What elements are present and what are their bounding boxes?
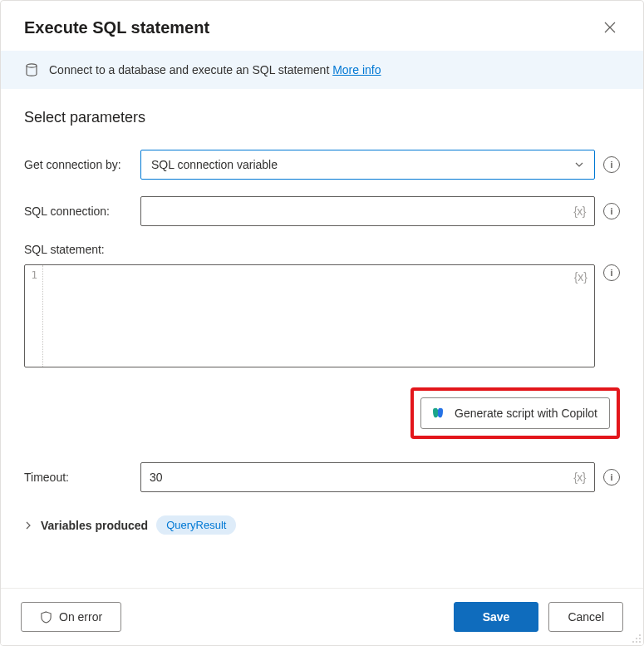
copilot-button-label: Generate script with Copilot: [455, 407, 597, 420]
editor-gutter: 1: [25, 265, 43, 367]
svg-point-2: [636, 638, 637, 639]
cancel-button[interactable]: Cancel: [548, 602, 623, 632]
close-icon: [604, 22, 616, 33]
sql-connection-row: SQL connection: {x} i: [24, 196, 620, 226]
section-title: Select parameters: [24, 109, 620, 126]
sql-connection-input[interactable]: {x}: [140, 196, 595, 226]
shield-icon: [40, 611, 52, 624]
sql-statement-group: SQL statement: 1 {x} i: [24, 243, 620, 367]
variable-pill-queryresult[interactable]: QueryResult: [156, 515, 236, 535]
copilot-highlight-box: Generate script with Copilot: [410, 387, 620, 439]
on-error-button[interactable]: On error: [21, 602, 121, 632]
svg-point-1: [639, 634, 641, 636]
variable-token-icon[interactable]: {x}: [574, 270, 587, 284]
variables-produced-label: Variables produced: [41, 519, 148, 532]
sql-connection-label: SQL connection:: [24, 205, 137, 218]
dialog-title: Execute SQL statement: [24, 18, 209, 37]
banner-text: Connect to a database and execute an SQL…: [49, 63, 381, 76]
save-button[interactable]: Save: [454, 602, 539, 632]
variable-token-icon[interactable]: {x}: [573, 471, 586, 484]
timeout-field[interactable]: [150, 471, 573, 484]
editor-textarea[interactable]: {x}: [43, 265, 594, 367]
database-icon: [24, 62, 39, 77]
svg-point-5: [636, 641, 637, 643]
connection-by-select[interactable]: SQL connection variable: [140, 150, 595, 180]
sql-statement-editor[interactable]: 1 {x}: [24, 264, 595, 367]
connection-by-value: SQL connection variable: [151, 158, 278, 171]
resize-grip-icon[interactable]: [632, 634, 642, 644]
info-icon[interactable]: i: [603, 469, 620, 486]
copilot-icon: [430, 405, 446, 422]
more-info-link[interactable]: More info: [332, 63, 381, 76]
chevron-down-icon: [574, 160, 584, 170]
connection-by-label: Get connection by:: [24, 158, 137, 171]
svg-point-3: [639, 638, 641, 639]
content-area: Select parameters Get connection by: SQL…: [1, 89, 643, 386]
connection-by-row: Get connection by: SQL connection variab…: [24, 150, 620, 180]
timeout-input[interactable]: {x}: [140, 462, 595, 492]
dialog-footer: On error Save Cancel: [1, 588, 643, 645]
info-icon[interactable]: i: [603, 203, 620, 219]
copilot-row: Generate script with Copilot: [1, 387, 620, 439]
svg-point-6: [639, 641, 641, 643]
chevron-right-icon: [24, 521, 32, 530]
sql-statement-label: SQL statement:: [24, 243, 620, 256]
svg-point-0: [27, 64, 37, 67]
generate-script-copilot-button[interactable]: Generate script with Copilot: [420, 397, 610, 429]
dialog-header: Execute SQL statement: [1, 1, 643, 51]
info-icon[interactable]: i: [603, 156, 620, 173]
info-icon[interactable]: i: [603, 264, 620, 281]
timeout-label: Timeout:: [24, 471, 137, 484]
close-button[interactable]: [600, 17, 620, 37]
sql-connection-field[interactable]: [150, 205, 573, 218]
info-banner: Connect to a database and execute an SQL…: [1, 51, 643, 89]
timeout-row: Timeout: {x} i: [24, 462, 620, 492]
variable-token-icon[interactable]: {x}: [573, 205, 586, 218]
variables-produced-toggle[interactable]: Variables produced QueryResult: [24, 509, 620, 541]
content-area-lower: Timeout: {x} i Variables produced QueryR…: [1, 462, 643, 548]
svg-point-4: [632, 641, 634, 643]
